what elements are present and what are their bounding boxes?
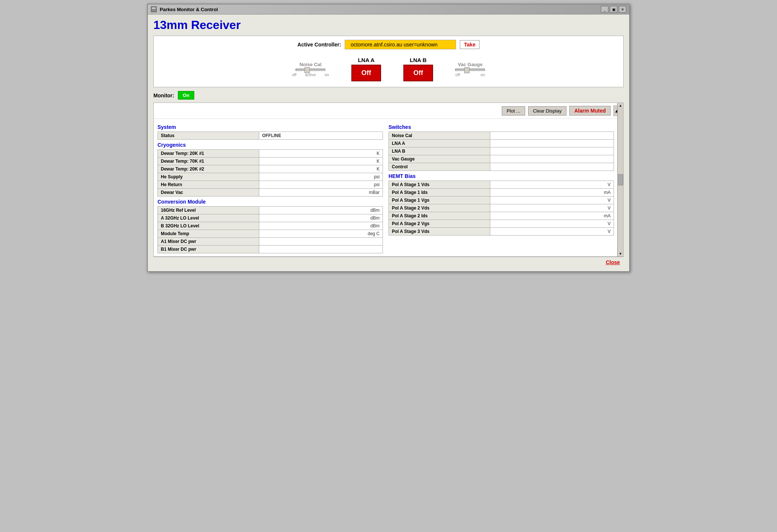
lna-b-button[interactable]: Off <box>403 65 433 81</box>
system-section-title: System <box>157 124 383 130</box>
title-bar-left: Parkes Monitor & Control <box>151 6 218 12</box>
status-label: Status <box>158 132 259 140</box>
active-controller-value: octomore.atnf.csiro.au user=unknown <box>345 40 456 49</box>
table-row: Pol A Stage 2 Ids mA <box>389 212 614 220</box>
hemt-value: V <box>490 204 614 212</box>
clear-display-button[interactable]: Clear Display <box>528 106 566 116</box>
controls-row: Noise Cal off active on LNA A O <box>159 57 618 81</box>
cryo-value: K <box>259 158 383 165</box>
close-button[interactable]: Close <box>606 259 620 265</box>
plot-button[interactable]: Plot ... <box>502 106 525 116</box>
status-value: OFFLINE <box>259 132 383 140</box>
cryo-label: Dewar Temp: 20K #1 <box>158 150 259 158</box>
monitor-row: Monitor: On <box>153 91 624 100</box>
cryo-label: Dewar Temp: 20K #2 <box>158 165 259 173</box>
lna-a-button[interactable]: Off <box>351 65 381 81</box>
conv-value: dBm <box>259 222 383 230</box>
noise-cal-off-label: off <box>292 72 296 77</box>
close-window-button[interactable]: ✕ <box>619 6 626 13</box>
svg-rect-1 <box>152 7 156 9</box>
conversion-module-table: 16GHz Ref Level dBmA 32GHz LO Level dBmB… <box>157 206 383 253</box>
vac-gauge-slider-labels: off on <box>455 72 485 77</box>
cryo-value: mBar <box>259 189 383 197</box>
conversion-module-section-title: Conversion Module <box>157 199 383 205</box>
hemt-value: mA <box>490 189 614 197</box>
table-row: B 32GHz LO Level dBm <box>158 222 383 230</box>
hemt-label: Pol A Stage 1 Ids <box>389 189 490 197</box>
hemt-value: V <box>490 197 614 204</box>
scrollbar-down-arrow[interactable]: ▼ <box>618 251 623 256</box>
vac-gauge-thumb[interactable] <box>464 67 469 73</box>
table-row: A1 Mixer DC pwr <box>158 238 383 246</box>
restore-button[interactable]: ▣ <box>610 6 617 13</box>
table-row: Pol A Stage 1 Vds V <box>389 181 614 189</box>
lna-b-control: LNA B Off <box>403 57 433 81</box>
conv-label: B1 Mixer DC pwr <box>158 246 259 253</box>
bottom-bar: Close <box>153 257 624 267</box>
conv-value: deg C <box>259 230 383 238</box>
noise-cal-track <box>296 69 325 71</box>
hemt-label: Pol A Stage 1 Vgs <box>389 197 490 204</box>
noise-cal-thumb[interactable] <box>305 67 310 73</box>
switch-value <box>490 132 614 140</box>
title-bar-controls: _ ▣ ✕ <box>601 6 626 13</box>
noise-cal-on-label: on <box>325 72 329 77</box>
vac-gauge-track <box>455 69 485 71</box>
table-row: Vac Gauge <box>389 155 614 163</box>
table-row: Pol A Stage 1 Ids mA <box>389 189 614 197</box>
hemt-value: V <box>490 220 614 228</box>
table-row: Noise Cal <box>389 132 614 140</box>
cryo-label: He Supply <box>158 173 259 181</box>
table-row: Dewar Vac mBar <box>158 189 383 197</box>
table-row: Pol A Stage 2 Vds V <box>389 204 614 212</box>
table-row: 16GHz Ref Level dBm <box>158 207 383 214</box>
switches-section-title: Switches <box>388 124 614 130</box>
switch-label: Vac Gauge <box>389 155 490 163</box>
hemt-label: Pol A Stage 2 Ids <box>389 212 490 220</box>
cryo-value: K <box>259 150 383 158</box>
active-controller-label: Active Controller: <box>298 42 341 48</box>
table-row: Dewar Temp: 70K #1 K <box>158 158 383 165</box>
hemt-label: Pol A Stage 3 Vds <box>389 228 490 236</box>
right-column: Switches Noise CalLNA ALNA BVac GaugeCon… <box>388 122 620 253</box>
switch-value <box>490 163 614 171</box>
switch-label: LNA A <box>389 140 490 147</box>
cryo-value: K <box>259 165 383 173</box>
switch-value <box>490 140 614 147</box>
table-row: Pol A Stage 1 Vgs V <box>389 197 614 204</box>
monitor-on-button[interactable]: On <box>178 91 194 100</box>
table-row: LNA A <box>389 140 614 147</box>
window-icon <box>151 6 157 12</box>
noise-cal-slider[interactable] <box>296 69 325 71</box>
noise-cal-slider-labels: off active on <box>292 72 329 77</box>
alarm-muted-button[interactable]: Alarm Muted <box>569 106 611 116</box>
hemt-value: V <box>490 228 614 236</box>
vac-gauge-label: Vac Gauge <box>458 62 482 67</box>
scrollbar-thumb[interactable] <box>618 174 623 185</box>
scrollbar-up-arrow[interactable]: ▲ <box>618 103 623 108</box>
table-row: B1 Mixer DC pwr <box>158 246 383 253</box>
cryo-label: He Return <box>158 181 259 189</box>
vertical-scrollbar[interactable]: ▲ ▼ <box>617 103 623 256</box>
active-controller-row: Active Controller: octomore.atnf.csiro.a… <box>159 40 618 49</box>
take-button[interactable]: Take <box>460 40 479 49</box>
cryo-label: Dewar Vac <box>158 189 259 197</box>
noise-cal-control: Noise Cal off active on <box>292 62 329 77</box>
table-row: Status OFFLINE <box>158 132 383 140</box>
conv-label: A 32GHz LO Level <box>158 214 259 222</box>
top-panel: Active Controller: octomore.atnf.csiro.a… <box>153 36 624 87</box>
lna-a-label: LNA A <box>358 57 375 63</box>
minimize-button[interactable]: _ <box>601 6 608 13</box>
table-row: Module Temp deg C <box>158 230 383 238</box>
vac-gauge-control: Vac Gauge off on <box>455 62 485 77</box>
data-content: System Status OFFLINE Cryogenics Dewar T… <box>154 119 623 256</box>
vac-gauge-slider[interactable] <box>455 69 485 71</box>
table-row: LNA B <box>389 147 614 155</box>
table-row: Control <box>389 163 614 171</box>
cryo-label: Dewar Temp: 70K #1 <box>158 158 259 165</box>
data-panel-header: Plot ... Clear Display Alarm Muted ▲ <box>154 103 623 119</box>
app-title: 13mm Receiver <box>153 18 624 32</box>
cryo-value: psi <box>259 181 383 189</box>
table-row: Pol A Stage 3 Vds V <box>389 228 614 236</box>
conv-value: dBm <box>259 207 383 214</box>
